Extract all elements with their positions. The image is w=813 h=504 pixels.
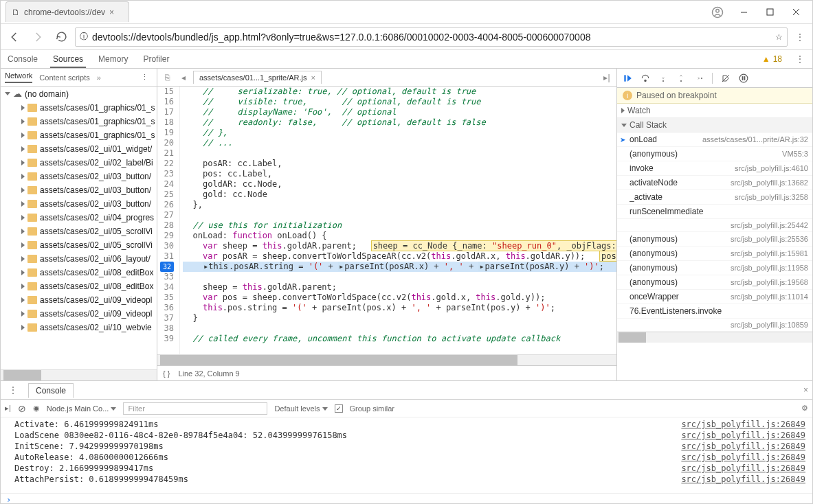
cloud-icon: ☁ xyxy=(13,89,22,99)
tree-item[interactable]: assets/cases/02_ui/08_editBox xyxy=(1,266,157,279)
deactivate-breakpoints-button[interactable] xyxy=(718,71,733,86)
log-source-link[interactable]: src/jsb_polyfill.js:26849 xyxy=(681,453,805,462)
reload-button[interactable] xyxy=(52,27,71,47)
devtools-tabbar: ConsoleSourcesMemoryProfiler ▲ 18 ⋮ xyxy=(1,50,812,69)
console-sidebar-toggle[interactable]: ▸| xyxy=(5,404,11,413)
file-tab[interactable]: assets/cases/01...1_sprite/AR.js × xyxy=(193,71,322,84)
maximize-button[interactable] xyxy=(757,2,783,23)
devtools-tab-console[interactable]: Console xyxy=(5,51,41,67)
pretty-print-icon[interactable]: { } xyxy=(163,369,170,378)
watch-section[interactable]: Watch xyxy=(617,104,812,118)
line-gutter[interactable]: 1516171819202122232425262728293031323334… xyxy=(157,87,180,354)
frame-location: src/jsb_polyfill.js:4610 xyxy=(735,164,808,172)
close-icon[interactable]: × xyxy=(311,73,315,82)
clear-console-button[interactable]: ⊘ xyxy=(18,403,26,414)
console-output[interactable]: Activate: 6.461999999824911mssrc/jsb_pol… xyxy=(1,417,812,493)
log-source-link[interactable]: src/jsb_polyfill.js:26849 xyxy=(681,420,805,429)
resume-button[interactable] xyxy=(620,71,635,86)
tree-item[interactable]: assets/cases/02_ui/09_videopl xyxy=(1,307,157,321)
gear-icon[interactable]: ⚙ xyxy=(801,404,808,413)
info-icon[interactable]: ⓘ xyxy=(80,31,88,43)
stack-frame[interactable]: (anonymous)src/jsb_polyfill.js:19568 xyxy=(617,275,812,290)
stack-frame[interactable]: (anonymous)src/jsb_polyfill.js:25536 xyxy=(617,232,812,247)
stack-frame[interactable]: runSceneImmediate xyxy=(617,205,812,219)
tree-item[interactable]: assets/cases/02_ui/03_button/ xyxy=(1,170,157,183)
chevron-right-icon xyxy=(21,256,25,262)
file-pane-toggle-icon[interactable]: ⎘ xyxy=(160,73,174,82)
callstack-section[interactable]: Call Stack xyxy=(617,118,812,133)
group-similar-checkbox[interactable]: ✓ xyxy=(335,404,343,413)
tree-item[interactable]: assets/cases/02_ui/05_scrollVi xyxy=(1,225,157,238)
stack-frame[interactable]: (anonymous)src/jsb_polyfill.js:15981 xyxy=(617,247,812,261)
warnings-indicator[interactable]: ▲ 18 xyxy=(762,54,782,64)
close-icon[interactable]: × xyxy=(109,8,114,17)
back-button[interactable] xyxy=(5,27,24,47)
close-window-button[interactable] xyxy=(783,2,810,23)
stack-frame[interactable]: onLoadassets/cases/01...prite/AR.js:32 xyxy=(617,133,812,147)
devtools-tab-profiler[interactable]: Profiler xyxy=(140,51,172,67)
tree-item[interactable]: assets/cases/02_ui/09_videopl xyxy=(1,293,157,307)
step-button[interactable] xyxy=(691,71,706,86)
step-over-button[interactable] xyxy=(638,71,653,86)
stack-frame[interactable]: onceWrappersrc/jsb_polyfill.js:11014 xyxy=(617,290,812,304)
stack-frame[interactable]: src/jsb_polyfill.js:10859 xyxy=(617,319,812,332)
browser-menu-button[interactable]: ⋮ xyxy=(792,32,808,42)
left-tab-network[interactable]: Network xyxy=(5,71,32,83)
tree-item[interactable]: assets/cases/02_ui/08_editBox xyxy=(1,279,157,293)
horizontal-scrollbar[interactable] xyxy=(1,369,157,380)
tree-item[interactable]: assets/cases/02_ui/04_progres xyxy=(1,211,157,225)
stack-frame[interactable]: 76.EventListeners.invoke xyxy=(617,304,812,319)
devtools-tab-sources[interactable]: Sources xyxy=(50,51,86,68)
log-source-link[interactable]: src/jsb_polyfill.js:26849 xyxy=(681,463,805,473)
close-icon[interactable]: × xyxy=(803,385,808,395)
tree-item[interactable]: assets/cases/02_ui/05_scrollVi xyxy=(1,238,157,252)
tree-item[interactable]: assets/cases/02_ui/01_widget/ xyxy=(1,142,157,156)
right-horizontal-scrollbar[interactable] xyxy=(617,332,812,343)
tree-item-label: assets/cases/02_ui/03_button/ xyxy=(40,185,151,195)
stack-frame[interactable]: _activatesrc/jsb_polyfill.js:3258 xyxy=(617,190,812,205)
tree-item[interactable]: assets/cases/02_ui/10_webvie xyxy=(1,321,157,334)
browser-tab[interactable]: 🗋 chrome-devtools://dev × xyxy=(5,1,129,22)
tree-item[interactable]: assets/cases/01_graphics/01_s xyxy=(1,128,157,142)
log-source-link[interactable]: src/jsb_polyfill.js:26849 xyxy=(681,431,805,440)
tree-item[interactable]: assets/cases/02_ui/03_button/ xyxy=(1,197,157,211)
stack-frame[interactable]: activateNodesrc/jsb_polyfill.js:13682 xyxy=(617,176,812,190)
tree-item[interactable]: assets/cases/02_ui/06_layout/ xyxy=(1,252,157,266)
code-horizontal-scrollbar[interactable] xyxy=(157,354,616,365)
stack-frame[interactable]: (anonymous)src/jsb_polyfill.js:11958 xyxy=(617,261,812,275)
pause-exceptions-button[interactable] xyxy=(736,71,751,86)
levels-selector[interactable]: Default levels xyxy=(274,404,327,413)
stack-frame[interactable]: (anonymous)VM55:3 xyxy=(617,147,812,161)
filter-input[interactable]: Filter xyxy=(123,402,267,415)
address-bar[interactable]: ⓘ devtools://devtools/bundled/js_app.htm… xyxy=(75,27,788,47)
tree-item[interactable]: assets/cases/02_ui/02_label/Bi xyxy=(1,156,157,170)
devtools-menu-button[interactable]: ⋮ xyxy=(792,54,808,64)
step-into-button[interactable] xyxy=(656,71,671,86)
console-prompt[interactable]: › xyxy=(1,493,812,504)
file-history-button[interactable]: ◂ xyxy=(177,73,190,82)
stack-frame[interactable]: invokesrc/jsb_polyfill.js:4610 xyxy=(617,161,812,176)
svg-point-14 xyxy=(701,78,702,79)
tree-item[interactable]: assets/cases/01_graphics/01_s xyxy=(1,115,157,128)
tree-domain[interactable]: ☁ (no domain) xyxy=(1,87,157,101)
drawer-menu-button[interactable]: ⋮ xyxy=(5,385,21,395)
context-selector[interactable]: Node.js Main Co... xyxy=(47,404,117,413)
log-source-link[interactable]: src/jsb_polyfill.js:26849 xyxy=(681,442,805,451)
tree-item[interactable]: assets/cases/01_graphics/01_s xyxy=(1,101,157,115)
account-icon[interactable] xyxy=(704,2,731,23)
stack-frame[interactable]: src/jsb_polyfill.js:25442 xyxy=(617,219,812,232)
more-tabs-icon[interactable]: » xyxy=(97,73,101,82)
devtools-tab-memory[interactable]: Memory xyxy=(96,51,131,67)
code-editor[interactable]: 1516171819202122232425262728293031323334… xyxy=(157,87,616,354)
minimize-button[interactable] xyxy=(731,2,757,23)
left-tab-content-scripts[interactable]: Content scripts xyxy=(39,73,89,82)
console-drawer-tab[interactable]: Console xyxy=(28,383,74,398)
tree-item[interactable]: assets/cases/02_ui/03_button/ xyxy=(1,183,157,197)
left-menu-button[interactable]: ⋮ xyxy=(136,73,153,82)
bookmark-icon[interactable]: ☆ xyxy=(775,32,783,42)
file-overflow-button[interactable]: ▸| xyxy=(600,73,614,82)
step-out-button[interactable] xyxy=(673,71,689,86)
tab-title: chrome-devtools://dev xyxy=(24,8,105,17)
log-source-link[interactable]: src/jsb_polyfill.js:26849 xyxy=(681,474,805,484)
file-tree[interactable]: ☁ (no domain) assets/cases/01_graphics/0… xyxy=(1,87,157,369)
